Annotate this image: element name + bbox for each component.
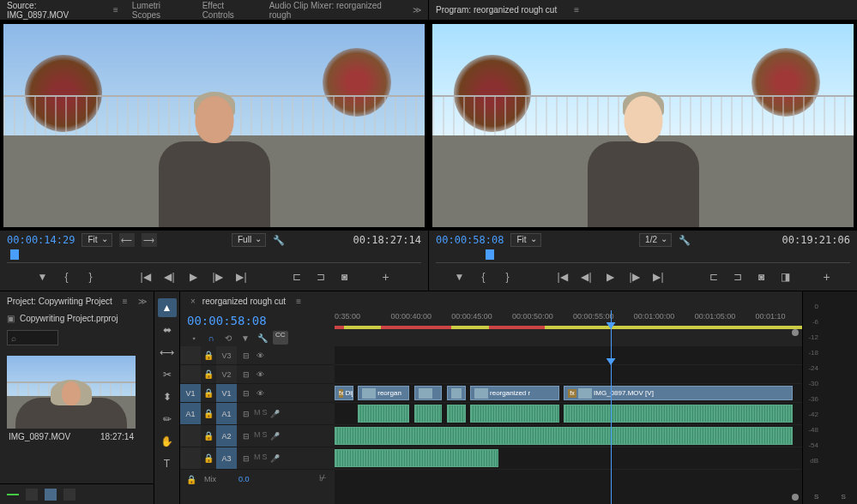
a3-solo-btn[interactable]: S xyxy=(263,453,268,465)
a2-lock-icon[interactable]: 🔒 xyxy=(201,425,216,447)
goto-out-btn[interactable]: ▶| xyxy=(232,267,251,286)
a1-src-patch[interactable]: A1 xyxy=(180,403,201,424)
program-video[interactable] xyxy=(429,21,857,231)
clip-reorganized-r[interactable]: reorganized r xyxy=(470,386,559,400)
timeline-close-icon[interactable]: × xyxy=(190,297,196,306)
play-btn[interactable]: ▶ xyxy=(184,267,203,286)
prog-goto-in-btn[interactable]: |◀ xyxy=(553,267,572,286)
a1-mic-icon[interactable]: 🎤 xyxy=(269,408,281,420)
v1-lock-icon[interactable]: 🔒 xyxy=(201,384,216,402)
insert-btn[interactable]: ⊏ xyxy=(287,267,306,286)
audio-clip-5[interactable] xyxy=(564,405,793,423)
a2-mute-btn[interactable]: M xyxy=(254,430,261,442)
audio-clip-1[interactable] xyxy=(358,405,409,423)
audio-clip-a3[interactable] xyxy=(335,449,498,467)
list-view-btn[interactable] xyxy=(26,489,38,501)
selection-tool[interactable]: ▲ xyxy=(158,298,177,317)
prog-mark-in-btn[interactable]: { xyxy=(474,267,493,286)
v1-src-patch[interactable]: V1 xyxy=(180,384,201,402)
prog-goto-out-btn[interactable]: ▶| xyxy=(649,267,668,286)
program-add-btn[interactable]: + xyxy=(818,267,836,286)
audio-clip-a2[interactable] xyxy=(335,427,793,445)
a3-name[interactable]: A3 xyxy=(216,447,237,469)
source-in-btn[interactable]: ⟵ xyxy=(119,233,135,247)
v2-src-patch[interactable] xyxy=(180,365,201,383)
track-playhead[interactable] xyxy=(611,346,612,504)
overwrite-btn[interactable]: ⊐ xyxy=(311,267,330,286)
a1-row[interactable] xyxy=(335,403,802,425)
track-content[interactable]: fxDij reorgan reorganized r fxIMG_0897.M… xyxy=(335,346,802,504)
track-select-tool[interactable]: ⬌ xyxy=(158,321,177,339)
program-playhead[interactable] xyxy=(486,249,494,260)
a1-mute-btn[interactable]: M xyxy=(254,408,261,420)
v3-name[interactable]: V3 xyxy=(216,346,237,364)
timeline-end-handle[interactable] xyxy=(792,494,799,501)
v1-eye-btn[interactable]: 👁 xyxy=(254,387,266,399)
a3-row[interactable] xyxy=(335,447,802,470)
clip-thumbnail[interactable]: IMG_0897.MOV 18:27:14 xyxy=(7,356,136,445)
source-expand-icon[interactable]: ≫ xyxy=(413,5,421,15)
clip-img0897[interactable]: fxIMG_0897.MOV [V] xyxy=(564,386,793,400)
mark-out-btn[interactable]: } xyxy=(81,267,100,286)
snap-toggle[interactable]: ⋆ xyxy=(187,331,201,345)
mix-value[interactable]: 0.0 xyxy=(238,475,250,483)
source-resolution-select[interactable]: Full xyxy=(232,233,266,247)
audio-mixer-tab[interactable]: Audio Clip Mixer: reorganized rough xyxy=(269,0,399,23)
timeline-playhead[interactable] xyxy=(611,310,612,346)
program-ruler[interactable] xyxy=(429,249,857,263)
a2-src-patch[interactable] xyxy=(180,425,201,447)
prog-add-marker-btn[interactable]: ▼ xyxy=(450,267,469,286)
icon-view-btn[interactable] xyxy=(45,489,57,501)
add-marker-btn[interactable]: ▼ xyxy=(33,267,52,286)
v1-sync-btn[interactable]: ⊟ xyxy=(240,387,252,399)
a3-lock-icon[interactable]: 🔒 xyxy=(201,447,216,469)
effect-controls-tab[interactable]: Effect Controls xyxy=(202,0,256,23)
source-out-btn[interactable]: ⟶ xyxy=(142,233,157,247)
clip-gap2[interactable] xyxy=(447,386,466,400)
source-fit-select[interactable]: Fit xyxy=(81,233,112,247)
slip-tool[interactable]: ⬍ xyxy=(158,387,177,406)
project-expand-icon[interactable]: ≫ xyxy=(138,297,147,306)
mark-in-btn[interactable]: { xyxy=(57,267,76,286)
a3-sync-btn[interactable]: ⊟ xyxy=(240,453,252,465)
v3-row[interactable] xyxy=(335,346,802,365)
prog-mark-out-btn[interactable]: } xyxy=(498,267,517,286)
freeform-view-btn[interactable] xyxy=(63,489,75,501)
a3-mic-icon[interactable]: 🎤 xyxy=(269,453,281,465)
v2-row[interactable] xyxy=(335,365,802,384)
source-tab[interactable]: Source: IMG_0897.MOV xyxy=(7,0,96,23)
pen-tool[interactable]: ✏ xyxy=(158,410,177,429)
a1-sync-btn[interactable]: ⊟ xyxy=(240,408,252,420)
program-fit-select[interactable]: Fit xyxy=(510,233,540,247)
v3-src-patch[interactable] xyxy=(180,346,201,364)
a3-src-patch[interactable] xyxy=(180,447,201,469)
compare-btn[interactable]: ◨ xyxy=(776,267,795,286)
goto-in-btn[interactable]: |◀ xyxy=(136,267,155,286)
audio-clip-4[interactable] xyxy=(470,405,559,423)
v3-eye-btn[interactable]: 👁 xyxy=(254,350,266,362)
marker-toggle[interactable]: ▼ xyxy=(238,331,252,345)
a2-sync-btn[interactable]: ⊟ xyxy=(240,430,252,442)
source-tab-menu-icon[interactable]: ≡ xyxy=(113,5,118,15)
program-tab-menu-icon[interactable]: ≡ xyxy=(574,5,579,15)
program-tab[interactable]: Program: reorganized rough cut xyxy=(436,2,557,18)
a3-mute-btn[interactable]: M xyxy=(254,453,261,465)
work-area-end[interactable] xyxy=(792,329,799,336)
v2-eye-btn[interactable]: 👁 xyxy=(254,369,266,381)
export-frame-btn[interactable]: ◙ xyxy=(335,267,354,286)
linked-selection[interactable]: ⟲ xyxy=(221,331,235,345)
project-menu-icon[interactable]: ≡ xyxy=(123,297,128,306)
clip-dij[interactable]: fxDij xyxy=(335,386,353,400)
search-input[interactable] xyxy=(7,330,58,345)
source-video[interactable] xyxy=(0,21,428,231)
a1-name[interactable]: A1 xyxy=(216,403,237,424)
v2-name[interactable]: V2 xyxy=(216,365,237,383)
lumetri-tab[interactable]: Lumetri Scopes xyxy=(132,0,189,23)
v1-row[interactable]: fxDij reorgan reorganized r fxIMG_0897.M… xyxy=(335,384,802,403)
a1-lock-icon[interactable]: 🔒 xyxy=(201,403,216,424)
v3-lock-icon[interactable]: 🔒 xyxy=(201,346,216,364)
ripple-tool[interactable]: ⟷ xyxy=(158,343,177,362)
source-ruler[interactable] xyxy=(0,249,428,263)
clip-gap1[interactable] xyxy=(414,386,443,400)
v1-name[interactable]: V1 xyxy=(216,384,237,402)
